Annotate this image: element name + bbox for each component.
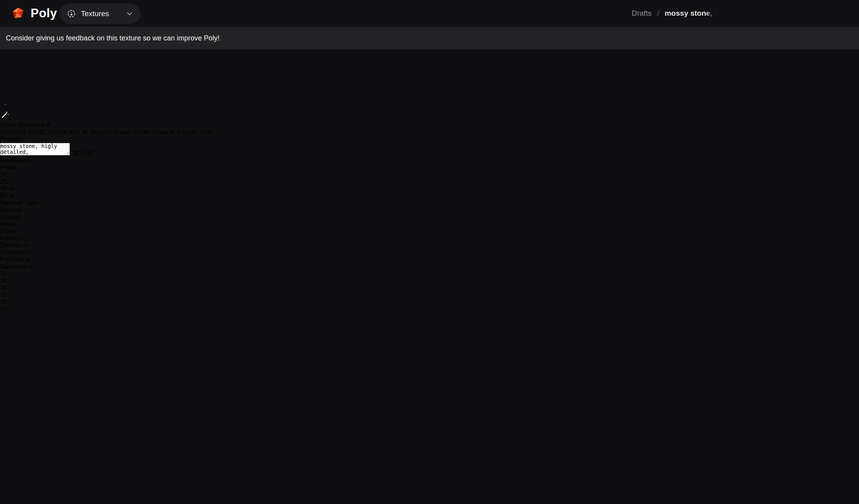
feedback-banner: Consider giving us feedback on this text… xyxy=(0,27,859,49)
textures-dropdown[interactable]: Textures xyxy=(60,4,141,24)
breadcrumb: Drafts / mossy stone, higly detailed, xyxy=(632,0,716,27)
chevron-down-icon xyxy=(126,10,133,18)
viewport-3d[interactable] xyxy=(0,49,859,504)
breadcrumb-parent[interactable]: Drafts xyxy=(632,9,652,18)
breadcrumb-title[interactable]: mossy stone, higly detailed, xyxy=(665,9,716,18)
texture-category-icon xyxy=(67,9,76,18)
brand-name: Poly xyxy=(31,6,57,20)
feedback-banner-text: Consider giving us feedback on this text… xyxy=(6,34,219,42)
textures-dropdown-label: Textures xyxy=(81,9,109,18)
poly-logo[interactable]: Poly xyxy=(11,6,57,20)
breadcrumb-separator: / xyxy=(657,9,659,18)
poly-gem-icon xyxy=(11,6,25,20)
top-bar: Poly Textures Drafts / mossy stone, higl… xyxy=(0,0,859,27)
